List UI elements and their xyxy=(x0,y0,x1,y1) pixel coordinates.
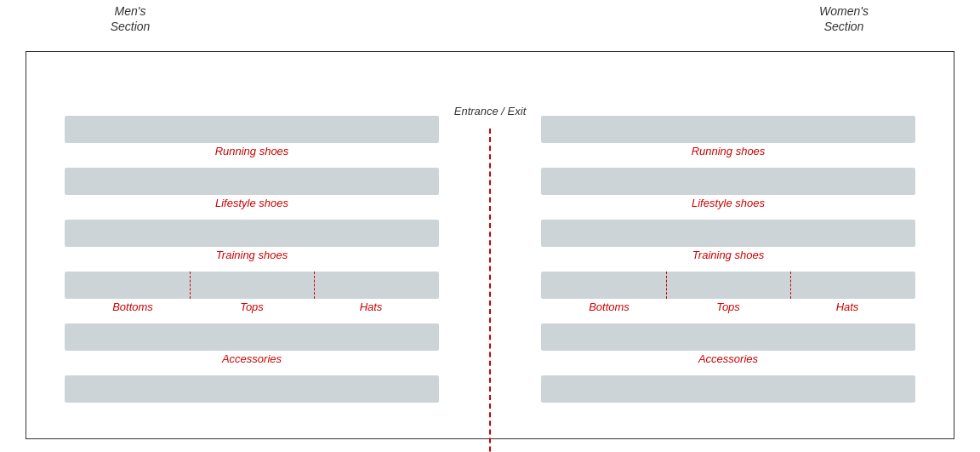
mens-lifestyle-shelf xyxy=(65,168,439,195)
womens-area: Running shoes Lifestyle shoes Training s… xyxy=(541,116,915,403)
womens-clothing-divider-1 xyxy=(666,272,667,299)
clothing-divider-1 xyxy=(190,272,191,299)
page-wrapper: Men's Section Women's Section Entrance /… xyxy=(0,0,980,452)
mens-hats-label: Hats xyxy=(311,300,430,313)
womens-accessories-shelf xyxy=(541,323,915,351)
mens-accessories-label: Accessories xyxy=(65,352,439,365)
womens-section-label: Women's Section xyxy=(759,3,929,34)
mens-training-label: Training shoes xyxy=(65,249,439,261)
mens-running-label: Running shoes xyxy=(65,145,439,157)
mens-running-shelf xyxy=(65,116,439,143)
womens-clothing-divider-2 xyxy=(790,272,791,299)
mens-section-label: Men's Section xyxy=(45,3,215,34)
womens-training-shelf xyxy=(541,220,915,247)
womens-accessories-label: Accessories xyxy=(541,352,915,365)
mens-clothing-labels: Bottoms Tops Hats xyxy=(65,300,439,313)
main-floor-plan: Entrance / Exit Running shoes Lifestyle … xyxy=(26,51,954,439)
womens-clothing-labels: Bottoms Tops Hats xyxy=(541,300,915,313)
mens-tops-label: Tops xyxy=(192,300,311,313)
mens-lifestyle-label: Lifestyle shoes xyxy=(65,197,439,209)
entrance-label: Entrance / Exit xyxy=(454,105,527,117)
mens-training-shelf xyxy=(65,220,439,247)
mens-area: Running shoes Lifestyle shoes Training s… xyxy=(65,116,439,403)
mens-bottoms-label: Bottoms xyxy=(73,300,192,313)
womens-running-label: Running shoes xyxy=(541,145,915,157)
womens-clothing-shelf xyxy=(541,272,915,299)
womens-lifestyle-label: Lifestyle shoes xyxy=(541,197,915,209)
womens-tops-label: Tops xyxy=(669,300,788,313)
center-divider xyxy=(489,129,491,452)
clothing-divider-2 xyxy=(314,272,315,299)
womens-hats-label: Hats xyxy=(788,300,907,313)
mens-clothing-shelf xyxy=(65,272,439,299)
womens-bottoms-label: Bottoms xyxy=(550,300,669,313)
womens-bottom-shelf xyxy=(541,375,915,403)
mens-accessories-shelf xyxy=(65,323,439,351)
mens-bottom-shelf xyxy=(65,375,439,403)
womens-lifestyle-shelf xyxy=(541,168,915,195)
womens-training-label: Training shoes xyxy=(541,249,915,261)
womens-running-shelf xyxy=(541,116,915,143)
